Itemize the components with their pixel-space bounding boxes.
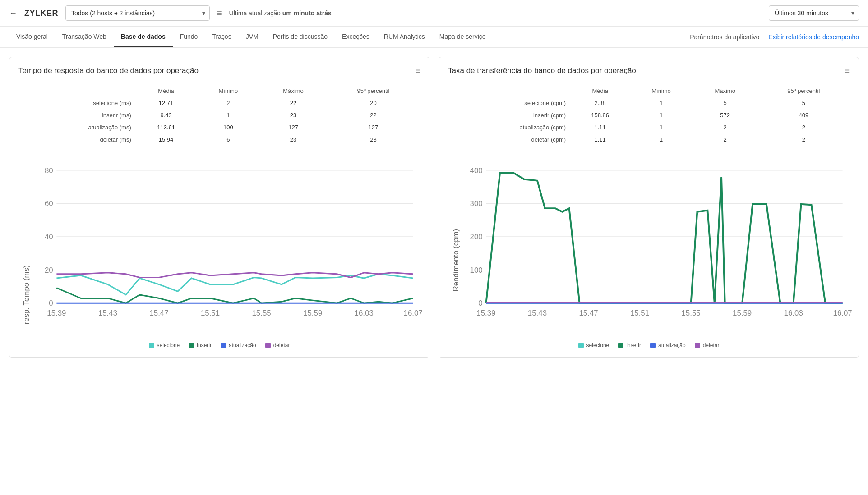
col-empty: [18, 85, 136, 97]
svg-text:100: 100: [470, 266, 483, 275]
col-maximo: Máximo: [260, 85, 327, 97]
legend-atualizacao: atualização: [221, 342, 256, 348]
row-media: 1.11: [570, 133, 630, 146]
card1-menu-icon[interactable]: ≡: [415, 66, 420, 76]
tab-base-de-dados[interactable]: Base de dados: [114, 27, 173, 47]
legend2-label-selecione: selecione: [586, 342, 609, 348]
table-row: atualização (ms) 113.61 100 127 127: [18, 121, 420, 133]
svg-text:15:55: 15:55: [252, 309, 271, 317]
svg-text:15:47: 15:47: [579, 309, 598, 317]
row-p95: 127: [327, 121, 420, 133]
svg-text:resp. Tempo (ms): resp. Tempo (ms): [22, 265, 31, 324]
row-minimo: 6: [196, 133, 260, 146]
row-maximo: 2: [693, 121, 758, 133]
table-row: selecione (ms) 12.71 2 22 20: [18, 97, 420, 109]
row-media: 15.94: [136, 133, 197, 146]
app-title: ZYLKER: [24, 9, 58, 18]
svg-text:300: 300: [470, 199, 483, 208]
legend-inserir: inserir: [189, 342, 212, 348]
svg-text:20: 20: [45, 266, 53, 275]
legend-label-deletar: deletar: [273, 342, 290, 348]
host-select[interactable]: Todos (2 hosts e 2 instâncias): [65, 5, 210, 21]
row-maximo: 23: [260, 133, 327, 146]
tab-rum-analytics[interactable]: RUM Analytics: [377, 27, 432, 47]
tab-excecoes[interactable]: Exceções: [335, 27, 377, 47]
chart2-svg: Rendimento (cpm) 400 300 200 100 0 15:39…: [448, 156, 850, 336]
card2-chart: Rendimento (cpm) 400 300 200 100 0 15:39…: [448, 156, 850, 338]
svg-text:15:39: 15:39: [47, 309, 66, 317]
card2-legend: selecione inserir atualização deletar: [448, 342, 850, 348]
row-maximo: 2: [693, 133, 758, 146]
tab-mapa-servico[interactable]: Mapa de serviço: [432, 27, 493, 47]
tab-visao-geral[interactable]: Visão geral: [9, 27, 55, 47]
row-label: deletar (ms): [18, 133, 136, 146]
svg-text:15:51: 15:51: [201, 309, 220, 317]
card2-menu-icon[interactable]: ≡: [845, 66, 850, 76]
legend2-label-inserir: inserir: [626, 342, 641, 348]
card-response-time: Tempo de resposta do banco de dados por …: [9, 57, 429, 358]
tab-tracos[interactable]: Traços: [205, 27, 238, 47]
row-p95: 409: [758, 109, 850, 121]
row-minimo: 1: [630, 121, 692, 133]
tab-perfis[interactable]: Perfis de discussão: [266, 27, 335, 47]
legend2-deletar: deletar: [695, 342, 720, 348]
nav-right: Parâmetros do aplicativo Exibir relatóri…: [690, 33, 859, 41]
row-p95: 2: [758, 133, 850, 146]
tab-transacao-web[interactable]: Transação Web: [55, 27, 114, 47]
col-p95: 95º percentil: [327, 85, 420, 97]
svg-text:40: 40: [45, 233, 53, 241]
row-p95: 5: [758, 97, 850, 109]
row-minimo: 2: [196, 97, 260, 109]
card1-title: Tempo de resposta do banco de dados por …: [18, 66, 199, 75]
table-row: deletar (cpm) 1.11 1 2 2: [448, 133, 850, 146]
svg-text:16:03: 16:03: [784, 309, 803, 317]
svg-text:16:03: 16:03: [355, 309, 374, 317]
parametros-link[interactable]: Parâmetros do aplicativo: [690, 33, 759, 41]
header: ← ZYLKER Todos (2 hosts e 2 instâncias) …: [0, 0, 868, 27]
row-label: atualização (ms): [18, 121, 136, 133]
row-media: 9.43: [136, 109, 197, 121]
tab-jvm[interactable]: JVM: [239, 27, 266, 47]
main-content: Tempo de resposta do banco de dados por …: [0, 48, 868, 367]
svg-text:15:43: 15:43: [98, 309, 117, 317]
row-label: atualização (cpm): [448, 121, 570, 133]
legend2-dot-selecione: [578, 343, 584, 348]
tab-fundo[interactable]: Fundo: [173, 27, 205, 47]
row-label: deletar (cpm): [448, 133, 570, 146]
row-label: inserir (ms): [18, 109, 136, 121]
card2-stats-table: Média Mínimo Máximo 95º percentil seleci…: [448, 85, 850, 146]
svg-text:Rendimento (cpm): Rendimento (cpm): [452, 229, 460, 292]
card1-header: Tempo de resposta do banco de dados por …: [18, 66, 420, 76]
exibir-relatorios-link[interactable]: Exibir relatórios de desempenho: [768, 33, 859, 41]
legend-label-inserir: inserir: [197, 342, 212, 348]
col2-minimo: Mínimo: [630, 85, 692, 97]
chart1-svg: resp. Tempo (ms) 80 60 40 20 0 15:39 15:…: [18, 156, 420, 336]
back-button[interactable]: ←: [9, 9, 17, 18]
menu-icon[interactable]: ≡: [217, 9, 222, 18]
row-minimo: 1: [196, 109, 260, 121]
legend2-selecione: selecione: [578, 342, 609, 348]
card1-stats-table: Média Mínimo Máximo 95º percentil seleci…: [18, 85, 420, 146]
time-select[interactable]: Últimos 30 minutos Última 1 hora Últimas…: [769, 5, 859, 21]
row-p95: 20: [327, 97, 420, 109]
row-media: 2.38: [570, 97, 630, 109]
row-maximo: 23: [260, 109, 327, 121]
row-maximo: 5: [693, 97, 758, 109]
table-row: selecione (cpm) 2.38 1 5 5: [448, 97, 850, 109]
nav-tabs: Visão geral Transação Web Base de dados …: [0, 27, 868, 48]
legend2-inserir: inserir: [618, 342, 641, 348]
svg-text:15:59: 15:59: [303, 309, 322, 317]
svg-text:16:07: 16:07: [833, 309, 852, 317]
card1-legend: selecione inserir atualização deletar: [18, 342, 420, 348]
svg-text:15:51: 15:51: [630, 309, 649, 317]
legend2-dot-inserir: [618, 343, 623, 348]
legend-dot-inserir: [189, 343, 194, 348]
svg-text:15:47: 15:47: [149, 309, 168, 317]
svg-text:16:07: 16:07: [404, 309, 423, 317]
row-media: 113.61: [136, 121, 197, 133]
table-row: inserir (ms) 9.43 1 23 22: [18, 109, 420, 121]
host-select-wrapper: Todos (2 hosts e 2 instâncias): [65, 5, 210, 21]
row-minimo: 1: [630, 133, 692, 146]
legend-dot-selecione: [149, 343, 154, 348]
svg-text:200: 200: [470, 233, 483, 241]
